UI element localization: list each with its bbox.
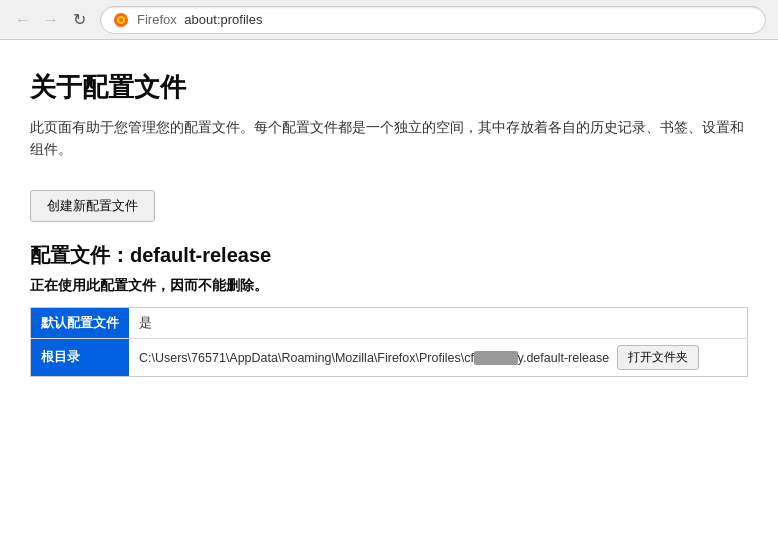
create-profile-button[interactable]: 创建新配置文件 <box>30 190 155 222</box>
path-blur: xxxxxxx <box>474 351 518 365</box>
address-domain: Firefox <box>137 12 177 27</box>
browser-chrome: ← → ↻ Firefox about:profiles <box>0 0 778 40</box>
page-description: 此页面有助于您管理您的配置文件。每个配置文件都是一个独立的空间，其中存放着各自的… <box>30 117 748 160</box>
table-row: 根目录 C:\Users\76571\AppData\Roaming\Mozil… <box>31 339 748 377</box>
table-value-default: 是 <box>129 308 748 339</box>
address-path: about:profiles <box>184 12 262 27</box>
table-label-default: 默认配置文件 <box>31 308 130 339</box>
table-value-root: C:\Users\76571\AppData\Roaming\Mozilla\F… <box>129 339 748 377</box>
firefox-icon <box>113 12 129 28</box>
address-text: Firefox about:profiles <box>137 12 753 27</box>
reload-button[interactable]: ↻ <box>68 9 90 31</box>
table-row: 默认配置文件 是 <box>31 308 748 339</box>
table-label-root: 根目录 <box>31 339 130 377</box>
svg-point-2 <box>119 18 123 22</box>
page-content: 关于配置文件 此页面有助于您管理您的配置文件。每个配置文件都是一个独立的空间，其… <box>0 40 778 538</box>
profile-heading: 配置文件：default-release <box>30 242 748 269</box>
profile-table: 默认配置文件 是 根目录 C:\Users\76571\AppData\Roam… <box>30 307 748 377</box>
path-cell: C:\Users\76571\AppData\Roaming\Mozilla\F… <box>139 345 737 370</box>
profile-in-use-text: 正在使用此配置文件，因而不能删除。 <box>30 277 748 295</box>
path-prefix: C:\Users\76571\AppData\Roaming\Mozilla\F… <box>139 351 474 365</box>
nav-buttons: ← → ↻ <box>12 9 90 31</box>
page-title: 关于配置文件 <box>30 70 748 105</box>
back-button[interactable]: ← <box>12 9 34 31</box>
forward-button[interactable]: → <box>40 9 62 31</box>
path-suffix: y.default-release <box>518 351 610 365</box>
address-bar[interactable]: Firefox about:profiles <box>100 6 766 34</box>
open-folder-button[interactable]: 打开文件夹 <box>617 345 699 370</box>
